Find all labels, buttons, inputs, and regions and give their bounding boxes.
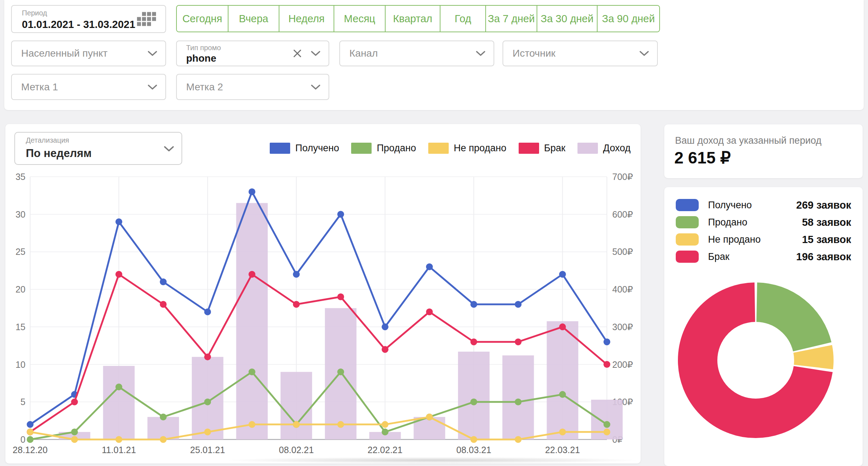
chevron-down-icon[interactable] (147, 84, 157, 90)
calendar-grid-icon[interactable] (137, 12, 156, 26)
chevron-down-icon[interactable] (639, 51, 649, 56)
channel-placeholder: Канал (349, 48, 378, 59)
quick-range-button-7[interactable]: За 7 дней (485, 6, 537, 32)
quick-range-button-9[interactable]: За 90 дней (597, 6, 659, 32)
svg-text:400₽: 400₽ (612, 284, 633, 294)
quick-range-button-3[interactable]: Неделя (279, 6, 334, 32)
income-card: Ваш доход за указанный период 2 615 ₽ (664, 124, 863, 178)
combo-chart: 00₽5100₽10200₽15300₽20400₽25500₽30600₽35… (5, 124, 641, 463)
tag2-placeholder: Метка 2 (186, 81, 223, 93)
stats-card: Получено269 заявокПродано58 заявокНе про… (664, 187, 863, 466)
svg-text:300₽: 300₽ (612, 322, 633, 332)
period-field[interactable]: Период 01.01.2021 - 31.03.2021 (11, 5, 166, 33)
color-swatch (676, 199, 699, 211)
chevron-down-icon[interactable] (476, 51, 486, 56)
svg-text:15: 15 (15, 322, 25, 332)
stat-row: Продано58 заявок (676, 214, 851, 231)
quick-range-button-4[interactable]: Месяц (334, 6, 385, 32)
donut-chart (678, 282, 834, 438)
tag1-select[interactable]: Метка 1 (11, 74, 166, 100)
source-placeholder: Источник (513, 48, 556, 59)
stat-row: Не продано15 заявок (676, 231, 851, 248)
svg-text:0: 0 (20, 434, 25, 444)
income-label: Ваш доход за указанный период (675, 135, 821, 146)
stats-rows: Получено269 заявокПродано58 заявокНе про… (664, 196, 863, 265)
svg-text:25: 25 (15, 247, 25, 257)
income-value: 2 615 ₽ (674, 148, 731, 167)
promo-type-value: phone (186, 53, 216, 64)
quick-range-button-8[interactable]: За 30 дней (537, 6, 597, 32)
svg-text:35: 35 (15, 172, 25, 182)
quick-range-button-1[interactable]: Сегодня (177, 6, 228, 32)
promo-type-label: Тип промо (186, 44, 221, 52)
svg-text:700₽: 700₽ (612, 172, 633, 182)
chevron-down-icon[interactable] (311, 51, 321, 56)
tag2-select[interactable]: Метка 2 (176, 74, 329, 100)
quick-range-group: СегодняВчераНеделяМесяцКварталГодЗа 7 дн… (176, 5, 660, 32)
color-swatch (676, 251, 699, 263)
color-swatch (676, 216, 699, 228)
svg-text:500₽: 500₽ (612, 247, 633, 257)
filter-panel: Период 01.01.2021 - 31.03.2021 СегодняВч… (4, 0, 864, 110)
quick-range-button-2[interactable]: Вчера (228, 6, 279, 32)
svg-text:11.01.21: 11.01.21 (102, 445, 136, 455)
svg-text:600₽: 600₽ (612, 209, 633, 219)
svg-text:22.03.21: 22.03.21 (545, 445, 580, 455)
quick-range-button-6[interactable]: Год (440, 6, 485, 32)
stat-row: Получено269 заявок (676, 196, 851, 214)
horizontal-scrollbar-thumb[interactable] (228, 457, 637, 463)
city-select[interactable]: Населенный пункт (11, 41, 166, 66)
stat-value: 15 заявок (802, 234, 851, 246)
city-placeholder: Населенный пункт (21, 48, 108, 59)
svg-text:28.12.20: 28.12.20 (13, 445, 47, 455)
svg-text:22.02.21: 22.02.21 (368, 445, 402, 455)
stat-label: Продано (708, 217, 747, 228)
svg-text:30: 30 (15, 209, 25, 219)
stat-label: Не продано (708, 234, 761, 245)
svg-text:5: 5 (20, 397, 25, 407)
period-value: 01.01.2021 - 31.03.2021 (22, 19, 135, 30)
svg-text:10: 10 (15, 360, 25, 370)
svg-text:08.02.21: 08.02.21 (279, 445, 313, 455)
color-swatch (676, 233, 699, 246)
stat-label: Брак (708, 251, 730, 262)
stat-value: 269 заявок (796, 199, 851, 211)
chevron-down-icon[interactable] (311, 84, 321, 90)
channel-select[interactable]: Канал (339, 41, 494, 66)
main-chart-card: Детализация По неделям ПолученоПроданоНе… (5, 124, 641, 463)
chevron-down-icon[interactable] (147, 51, 157, 56)
clear-icon[interactable] (293, 49, 302, 58)
quick-range-button-5[interactable]: Квартал (385, 6, 440, 32)
stat-label: Получено (708, 200, 752, 211)
svg-text:20: 20 (15, 284, 25, 294)
svg-text:08.03.21: 08.03.21 (456, 445, 491, 455)
svg-text:25.01.21: 25.01.21 (190, 445, 225, 455)
svg-text:200₽: 200₽ (612, 360, 633, 370)
tag1-placeholder: Метка 1 (21, 81, 58, 93)
stat-row: Брак196 заявок (676, 248, 851, 265)
stat-value: 58 заявок (802, 217, 851, 228)
stat-value: 196 заявок (796, 251, 851, 263)
source-select[interactable]: Источник (503, 41, 658, 66)
period-label: Период (22, 9, 47, 17)
promo-type-select[interactable]: Тип промо phone (176, 41, 329, 66)
